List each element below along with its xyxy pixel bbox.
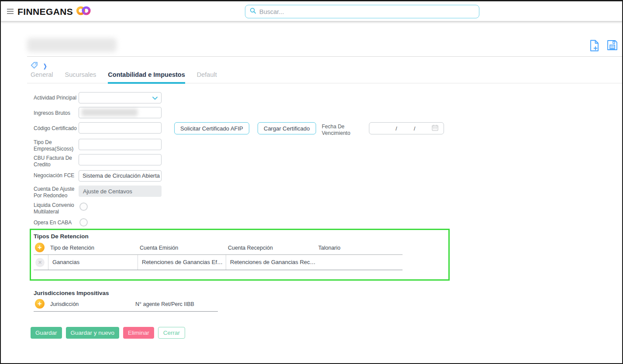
codigo-certificado-input[interactable] — [79, 122, 162, 134]
cbu-factura-credito-input[interactable] — [79, 154, 162, 165]
opera-en-caba-radio[interactable] — [79, 218, 88, 227]
jurisdicciones-col-agente: N° agente Ret/Perc IIBB — [135, 301, 194, 307]
retencion-cell-cuenta-recepcion[interactable]: Retenciones de Ganancias Reci… — [226, 255, 316, 270]
solicitar-certificado-afip-button[interactable]: Solicitar Certificado AFIP — [174, 122, 249, 134]
eliminar-button[interactable]: Eliminar — [123, 327, 154, 339]
retencion-cell-tipo[interactable]: Ganancias — [48, 255, 138, 270]
brand-logo[interactable]: FINNEGANS — [17, 6, 91, 17]
tab-default[interactable]: Default — [197, 71, 217, 83]
finnegans-infinity-icon — [76, 6, 91, 17]
header-divider — [27, 56, 622, 57]
cuenta-ajuste-redondeo-field: Ajuste de Centavos — [79, 185, 162, 197]
ingresos-brutos-label: Ingresos Brutos — [34, 110, 78, 117]
liquida-convenio-label: Liquida Convenio Multilateral — [34, 202, 78, 215]
brand-name: FINNEGANS — [17, 7, 73, 17]
global-search — [245, 5, 479, 18]
actividad-principal-label: Actividad Principal — [34, 95, 78, 101]
add-retencion-button[interactable]: + — [35, 243, 45, 252]
ingresos-brutos-redacted-value — [82, 109, 138, 116]
search-icon — [250, 7, 256, 16]
tab-contabilidad-e-impuestos[interactable]: Contabilidad e Impuestos — [108, 71, 185, 83]
tipo-empresa-input[interactable] — [79, 139, 162, 150]
cuenta-ajuste-redondeo-label: Cuenta De Ajuste Por Redondeo — [34, 186, 78, 199]
delete-row-button[interactable]: ✕ — [35, 258, 45, 267]
cbu-factura-credito-label: CBU Factura De Credito — [34, 155, 78, 168]
tag-icon[interactable] — [31, 62, 38, 71]
tab-sucursales[interactable]: Sucursales — [65, 71, 96, 83]
retenciones-col-tipo: Tipo de Retención — [50, 245, 94, 251]
jurisdicciones-section-title: Jurisdicciones Impositivas — [34, 290, 109, 296]
retenciones-col-cuenta-recepcion: Cuenta Recepción — [228, 245, 273, 251]
record-toolbar — [589, 40, 623, 53]
cerrar-button[interactable]: Cerrar — [158, 327, 185, 339]
jurisdicciones-col-jurisdiccion: Jurisdicción — [50, 301, 79, 307]
calendar-icon[interactable] — [432, 124, 438, 132]
retenciones-section-title: Tipos De Retencion — [34, 233, 89, 240]
retencion-cell-talonario[interactable] — [316, 255, 403, 270]
actividad-principal-select[interactable] — [79, 92, 162, 103]
search-input[interactable] — [259, 8, 475, 15]
chevron-right-icon: ❯ — [43, 63, 47, 69]
date-separator: / — [396, 125, 397, 132]
codigo-certificado-label: Código Certificado — [34, 125, 78, 132]
retenciones-col-cuenta-emision: Cuenta Emisión — [140, 245, 178, 251]
opera-en-caba-label: Opera En CABA — [34, 220, 78, 226]
add-jurisdiccion-button[interactable]: + — [35, 299, 45, 309]
footer-actions: Guardar Guardar y nuevo Eliminar Cerrar — [31, 327, 185, 339]
fecha-vencimiento-input[interactable]: / / — [369, 122, 444, 134]
tabstrip: General Sucursales Contabilidad e Impues… — [27, 71, 622, 83]
chevron-down-icon — [152, 95, 158, 101]
retencion-cell-cuenta-emision[interactable]: Retenciones de Ganancias Efec… — [138, 255, 226, 270]
negociacion-fce-input[interactable]: Sistema de Circulación Abierta — [79, 170, 162, 182]
tab-general[interactable]: General — [31, 71, 53, 83]
topbar: FINNEGANS — [1, 1, 622, 21]
guardar-y-nuevo-button[interactable]: Guardar y nuevo — [66, 327, 120, 339]
save-icon[interactable] — [607, 40, 618, 53]
breadcrumb: ❯ — [31, 62, 48, 71]
negociacion-fce-label: Negociación FCE — [34, 172, 78, 179]
hamburger-menu-icon[interactable] — [7, 8, 14, 16]
new-document-icon[interactable] — [589, 40, 599, 53]
tipo-empresa-label: Tipo De Empresa(Sicoss) — [34, 139, 78, 152]
guardar-button[interactable]: Guardar — [31, 327, 62, 339]
retenciones-col-talonario: Talonario — [318, 245, 341, 251]
jurisdicciones-header-divider — [34, 311, 218, 312]
retenciones-row-divider — [34, 270, 403, 270]
fecha-vencimiento-label: Fecha De Vencimiento — [322, 124, 358, 137]
liquida-convenio-radio[interactable] — [79, 203, 88, 211]
app-window: FINNEGANS — [0, 0, 623, 364]
date-separator: / — [414, 125, 416, 132]
page-title-redacted — [27, 38, 117, 52]
cargar-certificado-button[interactable]: Cargar Certificado — [258, 122, 316, 134]
